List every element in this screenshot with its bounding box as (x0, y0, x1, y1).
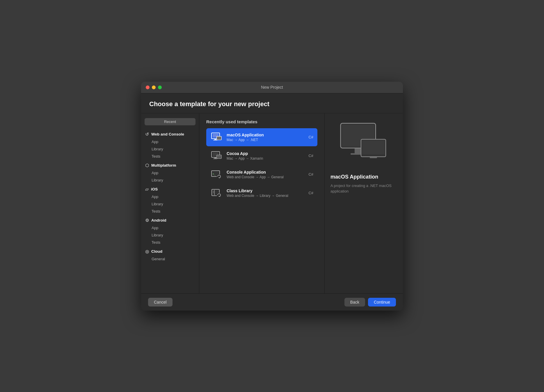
macos-application-path: Mac → App → .NET (227, 138, 304, 142)
preview-illustration (330, 120, 397, 167)
traffic-lights (146, 85, 162, 89)
sidebar-item-ios-library[interactable]: Library (141, 200, 199, 208)
continue-button[interactable]: Continue (368, 298, 396, 307)
template-item-class-library[interactable]: Class Library Web and Console → Library … (206, 184, 317, 202)
templates-section-title: Recently used templates (206, 119, 317, 124)
sidebar-category-android[interactable]: ⚙ Android (141, 215, 199, 224)
preview-panel: macOS Application A project for creating… (324, 113, 403, 293)
cocoa-app-path: Mac → App → Xamarin (227, 156, 304, 161)
new-project-window: New Project Choose a template for your n… (141, 82, 403, 311)
sidebar-item-web-console-tests[interactable]: Tests (141, 153, 199, 160)
footer: Cancel Back Continue (141, 293, 403, 311)
svg-rect-30 (362, 140, 385, 154)
sidebar-category-ios-label: iOS (151, 187, 158, 191)
class-library-name: Class Library (227, 188, 304, 193)
sidebar-item-android-tests[interactable]: Tests (141, 239, 199, 246)
svg-rect-8 (214, 157, 216, 158)
template-item-cocoa-app[interactable]: Cocoa App Mac → App → Xamarin C# (206, 147, 317, 165)
sidebar-item-multiplatform-app[interactable]: App (141, 169, 199, 177)
svg-rect-31 (370, 157, 377, 158)
sidebar-item-web-console-app[interactable]: App (141, 138, 199, 145)
template-item-console-application[interactable]: >_ Console Application Web and Console →… (206, 165, 317, 183)
svg-rect-11 (217, 156, 221, 158)
console-application-icon: >_ (210, 168, 223, 181)
multiplatform-icon: ⬡ (145, 163, 149, 168)
sidebar-item-android-app[interactable]: App (141, 224, 199, 231)
console-application-path: Web and Console → App → General (227, 175, 304, 179)
sidebar-item-web-console-library[interactable]: Library (141, 145, 199, 153)
close-button[interactable] (146, 85, 150, 89)
sidebar-category-web-console-label: Web and Console (151, 132, 184, 136)
cocoa-app-icon (210, 150, 223, 162)
back-button[interactable]: Back (344, 298, 365, 307)
minimize-button[interactable] (152, 85, 156, 89)
sidebar-recent-button[interactable]: Recent (145, 118, 195, 125)
maximize-button[interactable] (158, 85, 162, 89)
class-library-path: Web and Console → Library → General (227, 194, 304, 198)
sidebar-category-web-console[interactable]: ↺ Web and Console (141, 129, 199, 138)
sidebar-category-cloud-label: Cloud (151, 249, 162, 254)
svg-text:>_: >_ (213, 173, 216, 175)
sidebar-category-multiplatform[interactable]: ⬡ Multiplatform (141, 160, 199, 169)
cocoa-app-name: Cocoa App (227, 151, 304, 156)
svg-rect-27 (355, 148, 362, 153)
template-list: macOS Application Mac → App → .NET C# (206, 128, 317, 202)
console-application-info: Console Application Web and Console → Ap… (227, 170, 304, 179)
cancel-button[interactable]: Cancel (148, 298, 173, 307)
template-item-macos-application[interactable]: macOS Application Mac → App → .NET C# (206, 128, 317, 146)
sidebar: Recent ↺ Web and Console App Library Tes… (141, 113, 199, 293)
console-application-lang: C# (308, 172, 313, 177)
page-title: Choose a template for your new project (149, 100, 395, 108)
console-application-name: Console Application (227, 170, 304, 174)
cocoa-app-info: Cocoa App Mac → App → Xamarin (227, 151, 304, 161)
sidebar-item-ios-tests[interactable]: Tests (141, 208, 199, 215)
web-console-icon: ↺ (145, 132, 149, 137)
cocoa-app-lang: C# (308, 154, 313, 158)
preview-title: macOS Application (330, 174, 378, 180)
main-panel: Recently used templates (199, 113, 324, 293)
sidebar-item-android-library[interactable]: Library (141, 231, 199, 239)
sidebar-item-ios-app[interactable]: App (141, 193, 199, 200)
macos-application-info: macOS Application Mac → App → .NET (227, 133, 304, 142)
preview-description: A project for creating a .NET macOS appl… (330, 183, 397, 194)
page-header: Choose a template for your new project (141, 93, 403, 113)
class-library-lang: C# (308, 191, 313, 195)
sidebar-item-multiplatform-library[interactable]: Library (141, 177, 199, 184)
sidebar-category-cloud[interactable]: ◎ Cloud (141, 246, 199, 255)
android-icon: ⚙ (145, 218, 149, 223)
class-library-info: Class Library Web and Console → Library … (227, 188, 304, 198)
sidebar-category-ios[interactable]: ▱ iOS (141, 184, 199, 193)
sidebar-category-android-label: Android (151, 218, 166, 222)
titlebar: New Project (141, 82, 403, 93)
window-title: New Project (261, 85, 283, 90)
macos-application-name: macOS Application (227, 133, 304, 137)
cloud-icon: ◎ (145, 249, 149, 254)
sidebar-category-multiplatform-label: Multiplatform (151, 163, 176, 168)
macos-application-lang: C# (308, 135, 313, 139)
macos-application-icon (210, 131, 223, 143)
content-area: Recent ↺ Web and Console App Library Tes… (141, 113, 403, 293)
svg-rect-2 (214, 139, 216, 140)
ios-icon: ▱ (145, 187, 149, 192)
class-library-icon (210, 187, 223, 199)
sidebar-item-cloud-general[interactable]: General (141, 255, 199, 263)
footer-right: Back Continue (344, 298, 396, 307)
svg-rect-5 (217, 137, 221, 139)
